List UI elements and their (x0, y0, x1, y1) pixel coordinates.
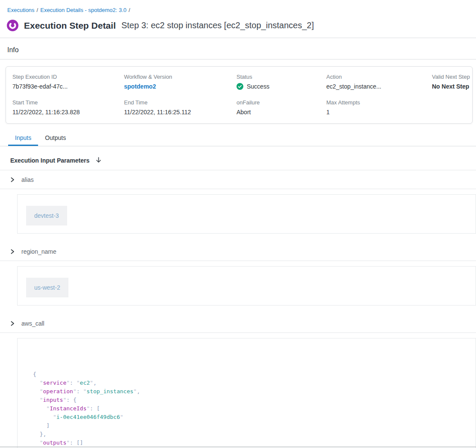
params-title: Execution Input Parameters (10, 157, 89, 164)
param-chip-alias: devtest-3 (26, 206, 67, 225)
section-name-region-name: region_name (21, 248, 56, 255)
param-chip-region-name: us-west-2 (26, 278, 68, 297)
field-value: 7b73f93e-edaf-47c... (12, 83, 124, 90)
field-value: 11/22/2022, 11:16:25.112 (124, 109, 237, 116)
section-name-alias: alias (21, 176, 34, 183)
tab-inputs[interactable]: Inputs (8, 131, 38, 146)
tab-outputs[interactable]: Outputs (38, 131, 73, 146)
breadcrumb-separator: / (37, 7, 38, 13)
breadcrumb-link-execution-details[interactable]: Execution Details - spotdemo2: 3.0 (40, 7, 127, 13)
field-value: ec2_stop_instance... (326, 83, 432, 90)
chevron-right-icon (10, 177, 15, 183)
field-label: onFailure (237, 99, 326, 106)
section-name-aws-call: aws_call (21, 320, 44, 327)
section-panel-alias: devtest-3 (17, 194, 476, 234)
field-step-execution-id: Step Execution ID 7b73f93e-edaf-47c... (12, 74, 124, 90)
field-label: Max Attempts (326, 99, 432, 106)
field-label: Step Execution ID (12, 74, 124, 80)
workflow-app-icon (7, 20, 18, 31)
field-value: 1 (326, 109, 432, 116)
success-check-icon (237, 83, 243, 90)
workflow-version-link[interactable]: spotdemo2 (124, 83, 237, 90)
chevron-right-icon (10, 320, 15, 326)
page-header: Execution Step Detail Step 3: ec2 stop i… (7, 20, 476, 38)
field-label: Start Time (12, 99, 124, 106)
status-text: Success (247, 83, 269, 90)
page-title: Execution Step Detail (24, 21, 116, 31)
field-valid-next-step: Valid Next Step No Next Step (432, 74, 470, 90)
bottom-divider (0, 447, 476, 447)
field-label: Workflow & Version (124, 74, 237, 80)
page-subtitle: Step 3: ec2 stop instances [ec2_stop_ins… (121, 21, 314, 30)
section-panel-region-name: us-west-2 (17, 266, 476, 306)
field-label: Action (326, 74, 432, 80)
params-header: Execution Input Parameters (0, 146, 476, 170)
chevron-right-icon (10, 249, 15, 255)
download-icon[interactable] (95, 157, 102, 164)
field-status: Status Success (237, 74, 326, 90)
divider-info (0, 59, 476, 59)
field-max-attempts: Max Attempts 1 (326, 99, 432, 116)
section-header-alias[interactable]: alias (0, 170, 476, 189)
field-value: No Next Step (432, 83, 470, 90)
field-label: End Time (124, 99, 237, 106)
breadcrumb-separator: / (129, 7, 130, 13)
field-label: Status (237, 74, 326, 80)
breadcrumb-link-executions[interactable]: Executions (7, 7, 35, 13)
tabs-bar: Inputs Outputs (0, 131, 476, 146)
field-onfailure: onFailure Abort (237, 99, 326, 116)
field-action: Action ec2_stop_instance... (326, 74, 432, 90)
info-section-title: Info (0, 38, 476, 59)
field-workflow-version: Workflow & Version spotdemo2 (124, 74, 237, 90)
aws-call-json-code: { "service": "ec2", "operation": "stop_i… (33, 370, 467, 448)
section-header-region-name[interactable]: region_name (0, 242, 476, 261)
field-end-time: End Time 11/22/2022, 11:16:25.112 (124, 99, 237, 116)
field-start-time: Start Time 11/22/2022, 11:16:23.828 (12, 99, 124, 116)
field-value: Abort (237, 109, 326, 116)
breadcrumb: Executions/Execution Details - spotdemo2… (0, 0, 476, 13)
info-card: Step Execution ID 7b73f93e-edaf-47c... W… (6, 66, 473, 124)
section-panel-aws-call: { "service": "ec2", "operation": "stop_i… (17, 338, 476, 448)
field-label: Valid Next Step (432, 74, 470, 80)
section-header-aws-call[interactable]: aws_call (0, 314, 476, 333)
field-value: 11/22/2022, 11:16:23.828 (12, 109, 124, 116)
